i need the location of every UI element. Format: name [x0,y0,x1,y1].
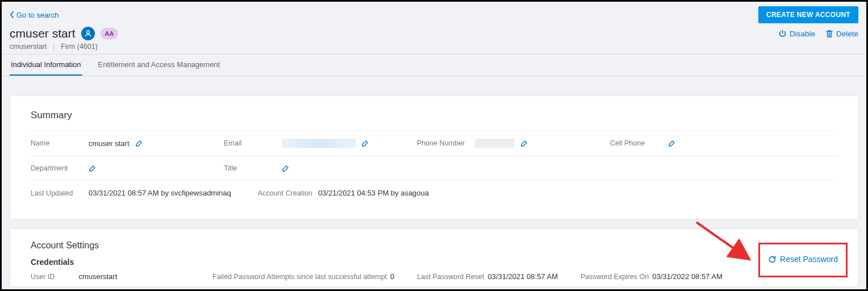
edit-title-icon[interactable] [282,164,290,172]
go-to-search-label: Go to search [16,11,59,19]
delete-button[interactable]: Delete [825,30,858,38]
summary-heading: Summary [31,110,837,121]
value-email-redacted [282,139,356,148]
value-phone-redacted [475,139,515,148]
delete-label: Delete [836,30,858,38]
edit-phone-icon[interactable] [520,139,528,147]
trash-icon [825,30,833,38]
tab-individual-information[interactable]: Individual Information [10,55,82,76]
refresh-icon [768,255,777,264]
label-failed-attempts: Failed Password Attempts since last succ… [212,273,387,281]
account-heading: Account Settings [31,240,837,251]
aa-badge: AA [101,28,119,39]
label-last-reset: Last Password Reset [417,273,484,281]
label-account-creation: Account Creation [258,189,312,197]
reset-password-label: Reset Password [780,255,838,264]
label-department: Department [31,164,83,172]
summary-card: Summary Name cmuser start Email Phone Nu… [10,95,858,219]
label-cell: Cell Phone [610,139,662,147]
reset-password-button[interactable]: Reset Password [768,255,838,264]
disable-button[interactable]: Disable [778,30,815,38]
disable-label: Disable [790,30,815,38]
page-title: cmuser start [10,27,76,40]
value-expires: 03/31/2022 08:57 AM [652,272,723,281]
label-user-id: User ID [31,273,55,281]
label-name: Name [31,139,83,147]
edit-department-icon[interactable] [89,164,97,172]
account-settings-card: Account Settings Credentials User ID cmu… [10,228,858,287]
value-last-updated: 03/31/2021 08:57 AM by svcfipewsadminaq [89,189,231,197]
label-email: Email [224,139,276,147]
label-phone: Phone Number [417,139,469,147]
user-icon [81,27,95,40]
subline-username: cmuserstart [10,43,47,51]
go-to-search-link[interactable]: Go to search [10,11,59,19]
subline-firm: Firm (4601) [53,43,98,51]
svg-point-0 [86,31,89,34]
value-name: cmuser start [89,139,130,148]
credentials-heading: Credentials [31,257,837,267]
value-account-creation: 03/21/2021 04:53 PM by asagoua [318,189,429,197]
label-title: Title [224,164,276,172]
power-icon [778,30,787,38]
chevron-left-icon [10,11,14,18]
value-user-id: cmuserstart [78,272,117,281]
value-last-reset: 03/31/2021 08:57 AM [487,272,558,281]
tab-entitlement-access[interactable]: Entitlement and Access Management [97,55,222,76]
edit-name-icon[interactable] [135,139,143,147]
reset-password-highlight: Reset Password [758,243,848,277]
create-account-button[interactable]: CREATE NEW ACCOUNT [758,6,858,23]
edit-cell-icon[interactable] [668,139,676,147]
label-expires: Password Expires On [581,273,649,281]
edit-email-icon[interactable] [361,139,369,147]
label-last-updated: Last Updated [31,189,83,197]
value-failed-attempts: 0 [390,272,394,281]
breadcrumb: cmuserstart Firm (4601) [2,43,866,55]
